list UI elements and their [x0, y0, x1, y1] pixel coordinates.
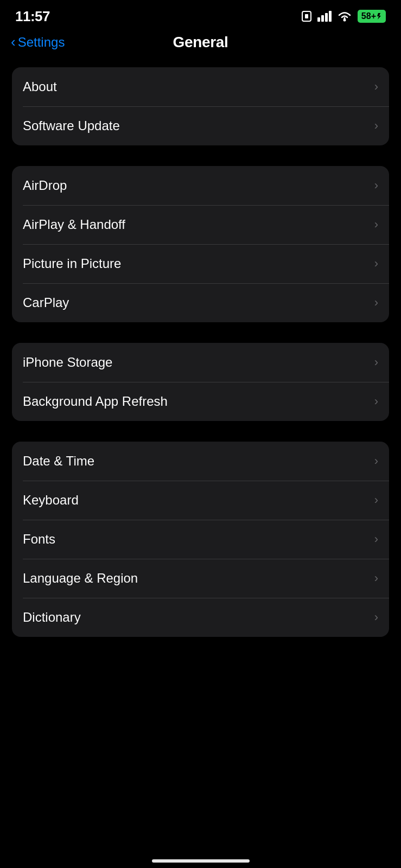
- chevron-right-icon: ›: [374, 394, 378, 409]
- settings-row-software-update[interactable]: Software Update›: [12, 106, 389, 145]
- back-button[interactable]: ‹ Settings: [11, 35, 65, 50]
- svg-marker-3: [377, 13, 381, 20]
- battery-indicator: 58+: [358, 10, 386, 23]
- settings-row-keyboard[interactable]: Keyboard›: [12, 481, 389, 520]
- settings-group-4: Date & Time›Keyboard›Fonts›Language & Re…: [12, 442, 389, 637]
- svg-rect-1: [305, 14, 308, 18]
- settings-label-software-update: Software Update: [23, 118, 120, 133]
- chevron-right-icon: ›: [374, 571, 378, 585]
- chevron-right-icon: ›: [374, 454, 378, 468]
- settings-row-dictionary[interactable]: Dictionary›: [12, 598, 389, 637]
- status-time: 11:57: [15, 8, 50, 25]
- settings-label-airplay-handoff: AirPlay & Handoff: [23, 217, 125, 232]
- chevron-right-icon: ›: [374, 493, 378, 507]
- home-indicator: [152, 859, 250, 863]
- settings-row-airplay-handoff[interactable]: AirPlay & Handoff›: [12, 205, 389, 244]
- settings-label-fonts: Fonts: [23, 532, 55, 547]
- settings-content: About›Software Update›AirDrop›AirPlay & …: [0, 62, 401, 663]
- settings-label-airdrop: AirDrop: [23, 178, 67, 193]
- svg-point-2: [343, 19, 346, 22]
- settings-label-carplay: CarPlay: [23, 295, 69, 310]
- battery-level: 58+: [361, 11, 376, 21]
- settings-label-about: About: [23, 79, 57, 94]
- chevron-right-icon: ›: [374, 178, 378, 193]
- settings-label-keyboard: Keyboard: [23, 493, 79, 508]
- settings-group-2: AirDrop›AirPlay & Handoff›Picture in Pic…: [12, 166, 389, 322]
- screen-record-icon: [301, 10, 312, 22]
- settings-group-3: iPhone Storage›Background App Refresh›: [12, 343, 389, 421]
- chevron-right-icon: ›: [374, 532, 378, 546]
- chevron-right-icon: ›: [374, 80, 378, 94]
- settings-label-picture-in-picture: Picture in Picture: [23, 256, 121, 271]
- settings-row-language-region[interactable]: Language & Region›: [12, 559, 389, 598]
- status-bar: 11:57 58+: [0, 0, 401, 29]
- settings-label-iphone-storage: iPhone Storage: [23, 355, 112, 370]
- settings-group-1: About›Software Update›: [12, 67, 389, 145]
- settings-row-iphone-storage[interactable]: iPhone Storage›: [12, 343, 389, 382]
- back-chevron-icon: ‹: [11, 35, 16, 49]
- chevron-right-icon: ›: [374, 257, 378, 271]
- status-icons: 58+: [301, 10, 386, 23]
- page-title: General: [173, 34, 228, 51]
- settings-row-carplay[interactable]: CarPlay›: [12, 283, 389, 322]
- wifi-icon: [337, 11, 352, 22]
- settings-label-language-region: Language & Region: [23, 571, 138, 586]
- chevron-right-icon: ›: [374, 119, 378, 133]
- chevron-right-icon: ›: [374, 355, 378, 369]
- settings-row-date-time[interactable]: Date & Time›: [12, 442, 389, 481]
- signal-icon: [317, 11, 332, 22]
- chevron-right-icon: ›: [374, 296, 378, 310]
- settings-row-background-app-refresh[interactable]: Background App Refresh›: [12, 382, 389, 421]
- settings-row-fonts[interactable]: Fonts›: [12, 520, 389, 559]
- settings-row-about[interactable]: About›: [12, 67, 389, 106]
- back-label: Settings: [18, 35, 65, 50]
- settings-row-airdrop[interactable]: AirDrop›: [12, 166, 389, 205]
- chevron-right-icon: ›: [374, 610, 378, 624]
- settings-label-dictionary: Dictionary: [23, 610, 81, 625]
- chevron-right-icon: ›: [374, 218, 378, 232]
- navigation-bar: ‹ Settings General: [0, 29, 401, 62]
- settings-row-picture-in-picture[interactable]: Picture in Picture›: [12, 244, 389, 283]
- settings-label-background-app-refresh: Background App Refresh: [23, 394, 168, 409]
- settings-label-date-time: Date & Time: [23, 454, 94, 469]
